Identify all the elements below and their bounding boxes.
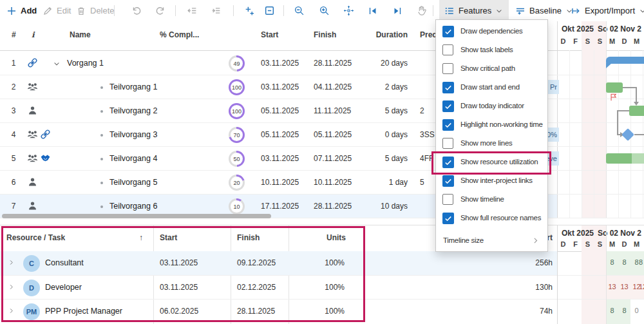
horizontal-scrollbar[interactable] — [2, 214, 271, 218]
task-bar-progress[interactable] — [606, 153, 632, 164]
menu-item-timeline-size[interactable]: Timeline size — [436, 232, 546, 251]
utilization-value: 8 — [618, 307, 630, 314]
expand-chevron-icon[interactable] — [8, 259, 15, 266]
column-header-start[interactable]: Start — [261, 30, 278, 39]
gantt-application: Add Edit Delete Features — [0, 0, 644, 324]
zoom-fit-button[interactable] — [343, 0, 354, 21]
resource-finish: 09.12.2025 — [237, 258, 276, 267]
menu-item-show-critical-path[interactable]: Show critical path — [436, 60, 546, 79]
skip-to-end-icon — [392, 6, 402, 16]
redo-icon — [155, 5, 166, 16]
row-number: 1 — [6, 59, 21, 68]
timeline-week-label: So 02 Nov 2 — [598, 229, 641, 238]
export-import-button[interactable]: Export/Import — [571, 0, 644, 21]
go-to-end-button[interactable] — [392, 0, 402, 21]
column-header-finish[interactable]: Finish — [237, 233, 260, 242]
column-header-finish[interactable]: Finish — [314, 30, 336, 39]
column-header-duration[interactable]: Duration — [356, 30, 408, 39]
task-start: 17.11.2025 — [261, 202, 299, 211]
utilization-value: 8 — [606, 307, 618, 314]
plus-icon — [6, 6, 17, 16]
checkbox-checked-icon[interactable] — [442, 119, 454, 131]
checkbox-unchecked-icon[interactable] — [442, 44, 453, 55]
zoom-in-button[interactable] — [319, 0, 330, 21]
handshake-icon — [40, 153, 51, 164]
expand-chevron-icon[interactable] — [8, 307, 15, 314]
row-number: 4 — [6, 130, 21, 139]
checkbox-unchecked-icon[interactable] — [442, 63, 453, 74]
add-button-label: Add — [21, 6, 37, 15]
delete-button[interactable]: Delete — [76, 0, 115, 21]
column-header-name[interactable]: Name — [70, 30, 91, 39]
chevron-down-icon[interactable] — [53, 60, 61, 68]
redo-button[interactable] — [155, 0, 166, 21]
menu-item-show-inter-project-links[interactable]: Show inter-project links — [436, 172, 546, 191]
task-start: 05.11.2025 — [261, 130, 299, 139]
row-number: 2 — [6, 82, 21, 91]
checkbox-checked-icon[interactable] — [442, 175, 454, 187]
dependency-connector — [623, 87, 636, 88]
column-header-percent-complete[interactable]: % Compl... — [160, 30, 199, 39]
toolbar: Add Edit Delete Features — [0, 0, 644, 22]
features-button[interactable]: Features — [444, 0, 503, 21]
group-icon — [27, 153, 38, 164]
task-bar[interactable] — [606, 82, 623, 93]
checkbox-checked-icon[interactable] — [442, 157, 454, 168]
task-duration: 2 days — [356, 82, 408, 91]
checkbox-checked-icon[interactable] — [442, 100, 454, 112]
bullet-icon — [100, 134, 103, 137]
checkbox-unchecked-icon[interactable] — [442, 194, 453, 205]
menu-item-draw-today-indicator[interactable]: Draw today indicator — [436, 97, 546, 116]
collapse-all-button[interactable] — [264, 0, 275, 21]
column-header-resource-task[interactable]: Resource / Task — [6, 233, 65, 242]
pan-button[interactable] — [416, 0, 427, 21]
menu-item-show-task-labels[interactable]: Show task labels — [436, 41, 546, 60]
zoom-out-button[interactable] — [294, 0, 305, 21]
task-bar[interactable] — [629, 106, 644, 116]
resource-row[interactable]: D Developer 03.11.2025 02.12.2025 100% 1… — [0, 276, 644, 300]
outdent-button[interactable] — [187, 0, 198, 21]
menu-item-show-resource-utilization[interactable]: Show resource utilization — [436, 153, 546, 172]
column-header-units[interactable]: Units — [288, 233, 346, 242]
checkbox-checked-icon[interactable] — [442, 213, 454, 224]
sort-ascending-icon[interactable]: ↑ — [139, 233, 143, 242]
day-label: M — [606, 37, 618, 45]
expand-chevron-icon[interactable] — [8, 283, 15, 291]
checkbox-checked-icon[interactable] — [442, 26, 454, 37]
task-bar-remaining[interactable] — [632, 153, 644, 164]
add-subtask-button[interactable] — [244, 0, 255, 21]
checkbox-unchecked-icon[interactable] — [442, 138, 453, 149]
column-header-predecessors[interactable]: Prec — [420, 30, 437, 39]
edit-button[interactable]: Edit — [43, 0, 71, 21]
add-button[interactable]: Add — [6, 0, 37, 21]
indent-button[interactable] — [211, 0, 222, 21]
toolbar-separator — [114, 5, 115, 16]
go-to-start-button[interactable] — [368, 0, 378, 21]
toolbar-separator — [175, 5, 176, 16]
task-name: Teilvorgang 5 — [109, 178, 157, 187]
menu-item-highlight-non-working-time[interactable]: Highlight non-working time — [436, 116, 546, 135]
task-finish: 28.11.2025 — [314, 202, 352, 211]
menu-item-show-more-lines[interactable]: Show more lines — [436, 135, 546, 153]
menu-item-draw-dependencies[interactable]: Draw dependencies — [436, 23, 546, 41]
column-header-start[interactable]: Start — [160, 233, 177, 242]
resource-row[interactable]: PM PPP Project Manager 06.02.2025 28.11.… — [0, 300, 644, 324]
resource-name: PPP Project Manager — [45, 307, 122, 316]
bullet-icon — [100, 182, 103, 184]
resource-row[interactable]: C Consultant 03.11.2025 09.12.2025 100% … — [0, 251, 644, 276]
baseline-button[interactable]: Baseline — [515, 0, 573, 21]
dependency-connector — [617, 110, 618, 135]
undo-button[interactable] — [131, 0, 142, 21]
task-name: Vorgang 1 — [67, 59, 104, 68]
menu-item-draw-start-and-end[interactable]: Draw start and end — [436, 79, 546, 97]
toolbar-separator — [283, 5, 284, 16]
grid-chart-splitter[interactable] — [557, 225, 558, 324]
menu-item-show-timeline[interactable]: Show timeline — [436, 191, 546, 209]
avatar: C — [23, 255, 40, 272]
column-header-number[interactable]: # — [12, 30, 16, 39]
zoom-out-icon — [294, 5, 305, 16]
checkbox-checked-icon[interactable] — [442, 82, 454, 93]
menu-item-show-full-resource-names[interactable]: Show full resource names — [436, 209, 546, 228]
utilization-value: 8 — [637, 258, 644, 266]
column-header-info[interactable]: i — [32, 30, 35, 39]
